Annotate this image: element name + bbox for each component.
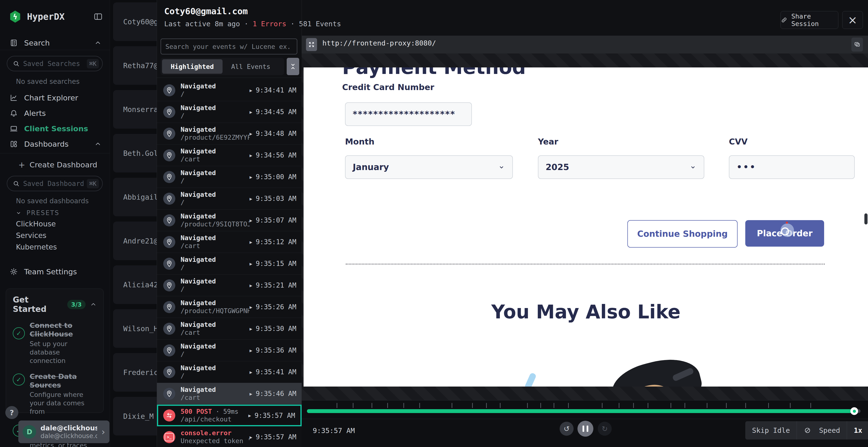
event-timestamp[interactable]: ▶9:34:56 AM (250, 151, 296, 159)
timeline-tick (554, 403, 554, 408)
event-timestamp[interactable]: ▶9:35:21 AM (250, 281, 296, 289)
event-timestamp[interactable]: ▶9:35:12 AM (250, 238, 296, 246)
event-timestamp[interactable]: ▶9:34:48 AM (250, 130, 296, 138)
event-timestamp[interactable]: ▶9:35:36 AM (250, 346, 296, 354)
event-row[interactable]: Navigated/product/HQTGWGPNH4▶9:35:26 AM (157, 296, 302, 318)
event-timestamp[interactable]: ▶9:35:26 AM (250, 303, 296, 311)
event-row[interactable]: Navigated/▶9:35:21 AM (157, 275, 302, 296)
timeline-track[interactable] (307, 409, 861, 413)
preset-services[interactable]: Services (16, 231, 46, 240)
event-timestamp[interactable]: ▶9:35:57 AM (250, 433, 296, 441)
collapse-panel-button[interactable] (287, 58, 299, 75)
sidebar-item-client-sessions[interactable]: Client Sessions (0, 122, 110, 135)
sidebar-item-alerts[interactable]: Alerts (0, 106, 110, 120)
chevron-up-icon[interactable] (94, 39, 101, 46)
saved-dashboards-input[interactable] (23, 179, 84, 188)
user-account-chip[interactable]: D dale@clickhouse.com dale@clickhouse.co… (18, 420, 110, 443)
skip-idle-control[interactable]: Skip Idle (745, 421, 818, 440)
create-dashboard-button[interactable]: + Create Dashboard (0, 159, 110, 171)
event-timestamp[interactable]: ▶9:34:41 AM (250, 86, 296, 94)
timeline-knob[interactable] (850, 407, 858, 415)
event-timestamp[interactable]: ▶9:35:46 AM (250, 390, 296, 398)
event-timestamp[interactable]: ▶9:35:57 AM (248, 412, 295, 419)
session-user-card[interactable]: Monserra (113, 90, 157, 129)
event-search[interactable] (161, 38, 297, 55)
presets-section[interactable]: PRESETS (0, 208, 110, 218)
event-row[interactable]: Navigated/▶9:35:03 AM (157, 188, 302, 209)
sidebar-collapse-icon[interactable] (94, 13, 102, 21)
event-row[interactable]: Navigated/cart▶9:35:30 AM (157, 318, 302, 340)
session-user-card[interactable]: Andre21@ (113, 221, 157, 260)
tab-highlighted[interactable]: Highlighted (162, 59, 222, 74)
get-started-step-datasources[interactable]: ✓ Create Data Sources Configure where yo… (13, 372, 97, 416)
saved-dashboards-search[interactable]: ⌘K (7, 176, 103, 191)
event-row[interactable]: Navigated/▶9:35:36 AM (157, 340, 302, 361)
preset-kubernetes[interactable]: Kubernetes (16, 243, 57, 251)
event-timestamp[interactable]: ▶9:34:45 AM (250, 108, 296, 116)
event-row[interactable]: Navigated/▶9:35:15 AM (157, 253, 302, 275)
sidebar-item-dashboards[interactable]: Dashboards (0, 137, 110, 151)
chevron-up-icon[interactable] (90, 301, 97, 308)
session-user-card[interactable]: Alicia42 (113, 265, 157, 304)
user-email: dale@clickhouse.com (40, 424, 97, 432)
event-timestamp[interactable]: ▶9:35:07 AM (250, 216, 296, 224)
event-row[interactable]: Navigated/▶9:35:41 AM (157, 361, 302, 383)
session-user-card[interactable]: Dixie_M (113, 397, 157, 436)
pause-button[interactable] (578, 421, 593, 437)
play-icon: ▶ (250, 304, 252, 310)
speed-control[interactable]: Speed 1x (812, 421, 868, 440)
get-started-header[interactable]: Get Started 3/3 (13, 295, 97, 314)
sidebar-item-label: Dashboards (24, 140, 68, 148)
event-timestamp[interactable]: ▶9:35:41 AM (250, 368, 296, 376)
help-button[interactable]: ? (5, 406, 18, 419)
sidebar-item-chart-explorer[interactable]: Chart Explorer (0, 91, 110, 105)
event-row[interactable]: >_console.errorUnexpected token 'I'…▶9:3… (157, 426, 302, 447)
user-team: dale@clickhouse.com's (40, 432, 97, 440)
event-timestamp[interactable]: ▶9:35:30 AM (250, 325, 296, 333)
sidebar-item-team-settings[interactable]: Team Settings (0, 265, 110, 278)
cvv-input[interactable]: ••• (729, 156, 855, 179)
scrollbar-thumb[interactable] (864, 213, 868, 225)
session-user-card[interactable]: Retha77@ (113, 46, 157, 85)
event-timestamp[interactable]: ▶9:35:15 AM (250, 260, 296, 268)
event-row[interactable]: Navigated/cart▶9:35:46 AM (157, 383, 302, 405)
event-row[interactable]: Navigated/▶9:35:00 AM (157, 166, 302, 188)
continue-shopping-button[interactable]: Continue Shopping (627, 220, 738, 248)
play-icon: ▶ (250, 348, 252, 353)
tab-all-events[interactable]: All Events (222, 59, 279, 74)
expand-icon[interactable] (306, 38, 317, 51)
replay-url: http://frontend-proxy:8080/ (322, 39, 436, 47)
copy-icon[interactable] (851, 38, 863, 51)
chevron-up-icon[interactable] (94, 140, 101, 148)
session-user-card[interactable]: Beth.Gol (113, 134, 157, 172)
saved-searches-input[interactable] (23, 60, 84, 68)
event-timestamp[interactable]: ▶9:35:03 AM (250, 195, 296, 203)
event-row[interactable]: Navigated/▶9:34:45 AM (157, 101, 302, 123)
month-select[interactable]: January (345, 156, 513, 179)
event-row[interactable]: Navigated/▶9:34:41 AM (157, 79, 302, 101)
year-select[interactable]: 2025 (538, 156, 704, 179)
rewind-button[interactable]: ↺ (560, 422, 574, 436)
timeline-tick (486, 403, 487, 408)
get-started-step-connect[interactable]: ✓ Connect to ClickHouse Set up your data… (13, 321, 97, 365)
event-search-input[interactable] (165, 43, 293, 50)
session-user-card[interactable]: Abbigail (113, 178, 157, 216)
event-row[interactable]: Navigated/product/6E92ZMYYFZ▶9:34:48 AM (157, 123, 302, 144)
saved-searches-search[interactable]: ⌘K (7, 56, 103, 71)
event-row[interactable]: Navigated/cart▶9:35:12 AM (157, 231, 302, 253)
session-user-card[interactable]: Wilson_H (113, 309, 157, 348)
session-user-card[interactable]: Coty60@g (113, 2, 157, 41)
http-request-icon (163, 409, 175, 421)
event-row[interactable]: 500 POST · 59ms/api/checkout▶9:35:57 AM (157, 405, 302, 426)
preset-clickhouse[interactable]: ClickHouse (16, 220, 56, 228)
sidebar-item-search[interactable]: Search (0, 36, 110, 50)
timeline-tick (726, 403, 727, 408)
event-timestamp[interactable]: ▶9:35:00 AM (250, 173, 296, 181)
event-row[interactable]: Navigated/product/9SIQT8TOJO▶9:35:07 AM (157, 209, 302, 231)
session-user-card[interactable]: Frederic (113, 353, 157, 391)
event-title: console.error (181, 429, 250, 437)
event-duration: · 59ms (212, 408, 239, 415)
event-row[interactable]: Navigated/cart▶9:34:56 AM (157, 144, 302, 166)
loop-button[interactable]: ↻ (598, 422, 612, 436)
credit-card-input[interactable]: ******************** (345, 102, 472, 126)
